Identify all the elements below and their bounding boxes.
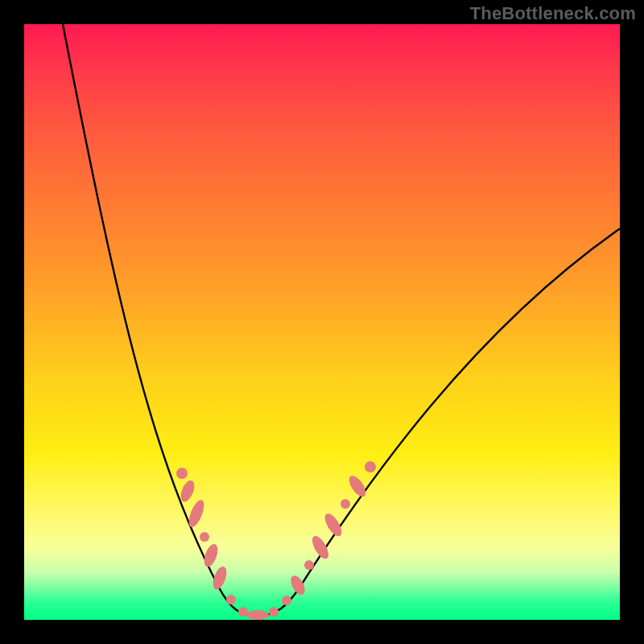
curve-layer xyxy=(24,24,620,620)
curve-marker xyxy=(246,610,269,620)
curve-marker xyxy=(309,534,332,562)
curve-marker xyxy=(282,596,291,605)
curve-marker xyxy=(226,595,236,605)
curve-left xyxy=(63,24,258,616)
curve-marker xyxy=(365,461,376,473)
curve-right xyxy=(258,229,620,616)
curve-marker xyxy=(178,478,196,503)
marker-group xyxy=(176,461,376,620)
curve-marker xyxy=(176,468,188,479)
curve-marker xyxy=(269,607,279,617)
chart-frame: TheBottleneck.com xyxy=(0,0,644,644)
watermark-text: TheBottleneck.com xyxy=(470,3,636,24)
curve-marker xyxy=(346,473,369,500)
plot-area xyxy=(24,24,620,620)
curve-marker xyxy=(304,560,314,570)
curve-marker xyxy=(200,532,209,542)
curve-marker xyxy=(288,573,308,597)
curve-marker xyxy=(341,499,350,509)
